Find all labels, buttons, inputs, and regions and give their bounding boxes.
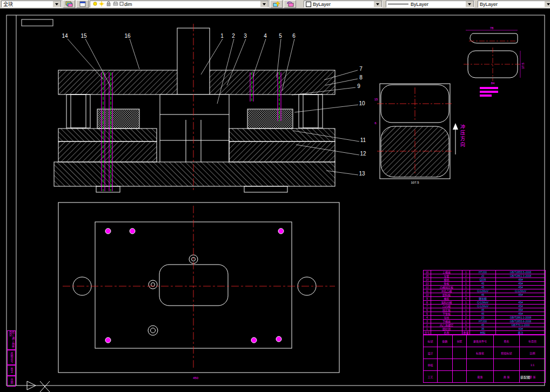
detail-dim-label: 107.5 [411, 181, 419, 184]
bom-row: 10卸料板14545# [424, 293, 546, 297]
foot-right [244, 186, 287, 192]
layers-icon [65, 1, 73, 7]
ucs-icon [27, 381, 50, 392]
die-plate-left [58, 141, 157, 162]
plan-view [58, 202, 339, 373]
color-value: ByLayer [313, 2, 331, 7]
layer-properties-button[interactable] [63, 0, 75, 8]
layer-arrow-icon [273, 1, 280, 7]
callout-6: 6 [292, 33, 296, 39]
bom-row: 9橡胶4聚氨酯 [424, 297, 546, 301]
linetype-dropdown[interactable]: ByLayer [386, 1, 474, 8]
guide-sleeve-left [66, 94, 90, 128]
lineweight-value: ByLayer [480, 2, 498, 7]
linetype-sample-icon [388, 4, 408, 4]
section-view [54, 28, 335, 192]
detail-dim-a: 15 [374, 98, 378, 101]
bom-row: 8落料凹模1Cr12MoV45# [424, 301, 546, 305]
stamp-direction-label: 冲压方向 [460, 124, 465, 148]
frame-strip-label: 借(通)用件登记 [7, 330, 16, 350]
frame-strip-label: 底图总号 [7, 350, 16, 365]
bom-row: 11冲孔凸模2Cr12MoVCr12MoV [424, 289, 546, 293]
callout-13: 13 [359, 171, 365, 177]
frame-left-strip: 借(通)用件登记底图总号签字日期 [7, 330, 16, 387]
stamp-direction-annotation: 冲压方向 [453, 123, 465, 154]
lock-icon [107, 2, 110, 6]
bom-row: 14模柄1Q23545# [424, 278, 546, 282]
text-style-value: 全块 [3, 1, 13, 8]
lineweight-dropdown[interactable]: ByLayer [478, 1, 550, 8]
bom-row: 4导柱220GB/T2861.1-2008 [424, 316, 546, 320]
plan-outer [58, 202, 339, 373]
bom-row: 16上模座1HT200GB/T2855.5-2008 [424, 271, 546, 274]
lower-die-plate [54, 162, 335, 186]
callout-15: 15 [81, 33, 87, 39]
die-plate-right [229, 141, 335, 162]
callout-14: 14 [62, 33, 68, 39]
bom-row: 3下模座1HT200GB/T2855.6-2008 [424, 320, 546, 323]
layer-state-icons [92, 1, 124, 7]
up-arrow-icon [453, 123, 458, 130]
callout-12: 12 [360, 151, 366, 157]
title-field-row: 设计标准化阶段标记比例 [424, 347, 546, 359]
layer-dropdown[interactable]: dim [90, 1, 269, 8]
part-plan-small-view: 37.5 84 [464, 48, 525, 85]
stripper-plate-left [58, 129, 157, 141]
strip-dim-label: 78 [490, 26, 494, 30]
plan-centerlines [63, 206, 335, 369]
make-object-layer-current-button[interactable] [270, 0, 283, 8]
frame-strip-label: 日期 [7, 376, 16, 387]
chevron-down-icon[interactable] [260, 1, 269, 8]
chevron-down-icon[interactable] [52, 1, 61, 8]
toolbar: 全块 dim [0, 0, 550, 9]
callout-5: 5 [279, 33, 282, 39]
callout-10: 10 [359, 100, 365, 106]
color-dropdown[interactable]: ByLayer [304, 1, 383, 8]
callout-7: 7 [359, 66, 363, 72]
layer-sheet-icon [79, 1, 86, 7]
title-field-row: 审核1:1 [424, 359, 546, 371]
bom-row: 7凸凹模1Cr12MoV45# [424, 305, 546, 308]
part-width-dim: 84 [491, 82, 495, 85]
callout-16: 16 [124, 33, 131, 39]
drawing-canvas[interactable]: 14 15 16 1 2 3 4 5 6 7 8 9 10 11 12 13 [0, 9, 550, 392]
bulb-icon [93, 2, 97, 5]
bom-header-row: 序号名称数量材料备注 [424, 331, 546, 335]
linetype-value: ByLayer [411, 2, 428, 7]
callout-11: 11 [360, 137, 366, 143]
layer-color-swatch [120, 2, 123, 5]
foot-left [96, 186, 120, 192]
bom-row: 2内六角螺钉645GB/T70.1-2000 [424, 323, 546, 327]
layer-undo-icon [286, 1, 294, 7]
bom-row: 1圆柱销43540# [424, 327, 546, 331]
punch-block [160, 94, 229, 140]
bom-row: 6固定板14545# [424, 308, 546, 312]
die-cavity [159, 265, 228, 306]
title-field-row: 标记处数分区更改文件号签名年月日 [424, 335, 546, 347]
drawing-title: 装配图 [520, 375, 530, 380]
detail-dim-b: 6 [374, 121, 377, 125]
layer-manager-button[interactable] [76, 0, 89, 8]
chevron-down-icon[interactable] [544, 1, 550, 8]
text-style-dropdown[interactable]: 全块 [1, 1, 62, 8]
bom-row: 13垫板14545# [424, 282, 546, 286]
frame-strip-label: 签字 [7, 365, 16, 376]
bom-row: 12凸模固定板14545# [424, 286, 546, 289]
sun-icon [99, 1, 104, 6]
callout-1: 1 [220, 33, 224, 39]
color-swatch-icon [306, 2, 311, 7]
current-layer-name: dim [124, 2, 132, 7]
magenta-bars-icon [480, 87, 498, 97]
chevron-down-icon[interactable] [373, 1, 382, 8]
bom-row: 15导套220GB/T2861.3-2008 [424, 274, 546, 278]
callout-3: 3 [244, 33, 247, 39]
callout-4: 4 [264, 33, 267, 39]
blank-strip-view: 78 [466, 26, 518, 43]
die-insert-left [97, 109, 139, 129]
plan-bolt-holes [105, 228, 284, 343]
bom-table: 16上模座1HT200GB/T2855.5-200815导套220GB/T286… [423, 270, 546, 335]
layer-previous-button[interactable] [284, 0, 296, 8]
chevron-down-icon[interactable] [465, 1, 474, 8]
title-block: 16上模座1HT200GB/T2855.5-200815导套220GB/T286… [423, 270, 545, 383]
printer-icon [113, 2, 118, 6]
